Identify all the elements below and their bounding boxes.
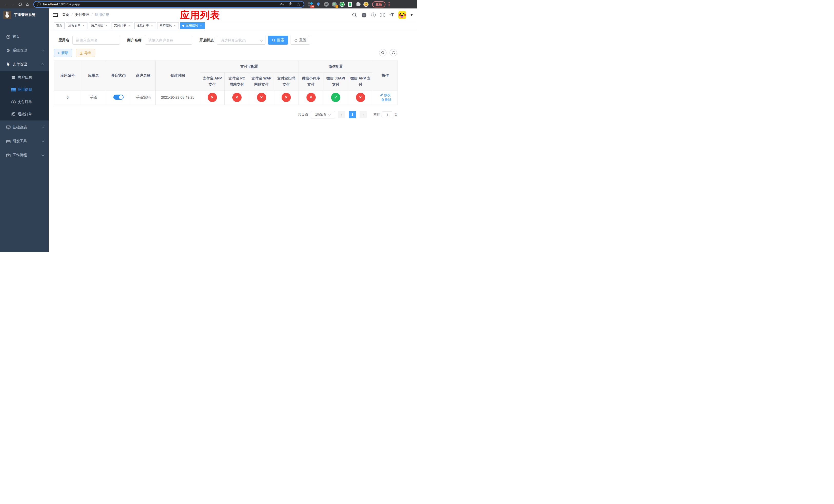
tag-home[interactable]: 首页 (54, 22, 65, 29)
tab-close-icon[interactable] (82, 24, 85, 27)
tag-merchant-info[interactable]: 商户信息 (157, 22, 179, 29)
browser-forward-icon[interactable] (10, 1, 16, 8)
extension-command-icon[interactable] (324, 2, 329, 7)
page-size-select[interactable]: 10条/页 (311, 111, 335, 118)
toggle-search-button[interactable] (379, 49, 387, 56)
app-name-input[interactable] (72, 36, 120, 45)
browser-home-icon[interactable] (24, 1, 31, 8)
col-alipay-app: 支付宝 APP 支付 (200, 72, 225, 90)
font-size-icon[interactable] (389, 12, 394, 18)
merchant-name-input[interactable] (145, 36, 192, 45)
pikachu-avatar-image (398, 11, 406, 19)
user-avatar[interactable] (398, 11, 406, 19)
refresh-button[interactable] (390, 49, 397, 56)
sidebar-item-payment[interactable]: 支付管理 (0, 58, 49, 71)
password-key-icon[interactable] (280, 2, 284, 6)
toolbox-icon (5, 139, 11, 143)
github-icon[interactable] (361, 12, 367, 18)
sidebar-logo[interactable]: 芋道管理系统 (0, 8, 49, 21)
breadcrumb-payment[interactable]: 支付管理 (75, 13, 89, 17)
avatar-caret-icon[interactable] (411, 14, 413, 17)
sidebar-item-system[interactable]: 系统管理 (0, 44, 49, 58)
extension-green-y-icon[interactable]: y (339, 2, 345, 7)
tag-pay-orders[interactable]: 支付订单 (112, 22, 133, 29)
search-button[interactable]: 搜索 (268, 36, 288, 45)
sidebar-item-home[interactable]: 首页 (0, 30, 49, 44)
cell-wechat-jsapi: ✓ (323, 90, 348, 105)
col-wechat-mini: 微信小程序支付 (299, 72, 323, 90)
cell-app-name: 芋道 (81, 90, 106, 105)
extension-lighthouse-icon[interactable]: 1 (332, 2, 337, 7)
cell-app-id: 6 (54, 90, 81, 105)
status-toggle[interactable] (113, 95, 124, 100)
reset-button[interactable]: 重置 (290, 36, 310, 45)
sidebar-item-dev-tools[interactable]: 研发工具 (0, 134, 49, 148)
browser-back-icon[interactable] (3, 1, 9, 8)
tag-app-info[interactable]: 应用信息 (180, 22, 205, 29)
bookmark-star-icon[interactable] (297, 2, 301, 7)
sidebar-collapse-icon[interactable] (53, 13, 58, 17)
cell-created: 2021-10-23 08:49:25 (156, 90, 200, 105)
chevron-down-icon (42, 139, 44, 142)
cell-alipay-qr: × (274, 90, 299, 105)
sidebar-item-label: 基础设施 (13, 125, 27, 130)
col-app-id: 应用编号 (54, 61, 81, 91)
tab-close-icon[interactable] (199, 24, 203, 27)
tab-close-icon[interactable] (150, 24, 154, 27)
site-info-icon[interactable] (37, 2, 41, 6)
edit-link[interactable]: 修改 (380, 93, 391, 97)
profile-avatar-icon[interactable] (364, 2, 369, 7)
search-icon[interactable] (352, 13, 357, 18)
sidebar-item-merchant-info[interactable]: 商户信息 (0, 71, 49, 84)
status-select[interactable] (217, 36, 265, 45)
cell-alipay-wap: × (249, 90, 274, 105)
goto-suffix: 页 (394, 112, 398, 117)
sidebar-item-infrastructure[interactable]: 基础设施 (0, 120, 49, 134)
browser-menu-icon[interactable] (389, 2, 390, 6)
tab-close-icon[interactable] (128, 24, 131, 27)
sidebar-item-pay-orders[interactable]: ¥ 支付订单 (0, 96, 49, 108)
col-merchant: 商户名称 (131, 61, 156, 91)
tab-close-icon[interactable] (173, 24, 176, 27)
chevron-down-icon (42, 49, 44, 51)
sidebar-item-workflow[interactable]: 工作流程 (0, 148, 49, 162)
tag-user-group[interactable]: 用户分组 (89, 22, 110, 29)
share-icon[interactable] (288, 2, 293, 6)
status-x-icon: × (257, 93, 266, 102)
sidebar-item-label: 研发工具 (13, 139, 27, 143)
goto-page-input[interactable] (382, 111, 392, 118)
page-title-annotation: 应用列表 (180, 9, 220, 22)
tag-process-form[interactable]: 流程表单 (66, 22, 87, 29)
prev-page-button[interactable]: ‹ (338, 111, 345, 118)
address-bar[interactable]: localhost:1024/pay/app (33, 1, 304, 8)
yen-circle-icon: ¥ (10, 100, 16, 104)
cell-wechat-mini: × (299, 90, 323, 105)
active-dot-icon (182, 25, 184, 27)
browser-reload-icon[interactable] (17, 1, 24, 8)
extension-kite-icon[interactable] (316, 2, 321, 7)
sidebar-item-app-info[interactable]: 应用信息 (0, 84, 49, 96)
cell-alipay-app: × (200, 90, 225, 105)
sidebar-item-label: 支付管理 (13, 62, 27, 67)
cell-alipay-pc: × (225, 90, 249, 105)
breadcrumb: 首页 支付管理 应用信息 (62, 13, 109, 17)
tag-refund-orders[interactable]: 退款订单 (134, 22, 156, 29)
delete-link[interactable]: 删除 (381, 97, 392, 102)
extension-doc-icon[interactable] (348, 2, 353, 7)
sidebar-item-refund-orders[interactable]: 退款订单 (0, 108, 49, 120)
export-button[interactable]: 导出 (76, 49, 95, 57)
extension-badge: 1 (335, 5, 338, 8)
sidebar-item-label: 支付订单 (18, 100, 32, 104)
next-page-button[interactable]: › (359, 111, 367, 118)
tab-close-icon[interactable] (105, 24, 108, 27)
extensions-puzzle-icon[interactable] (355, 2, 360, 7)
chrome-update-button[interactable]: 更新 (372, 1, 386, 7)
cell-actions: 修改 删除 (373, 90, 398, 105)
help-icon[interactable] (371, 13, 376, 17)
breadcrumb-home[interactable]: 首页 (62, 13, 69, 17)
fullscreen-icon[interactable] (380, 13, 385, 18)
merchant-name-label: 商户名称 (127, 38, 141, 43)
extension-blocker-icon[interactable]: 10 (308, 2, 313, 7)
add-button[interactable]: 新增 (54, 49, 72, 57)
current-page-button[interactable]: 1 (349, 111, 356, 118)
